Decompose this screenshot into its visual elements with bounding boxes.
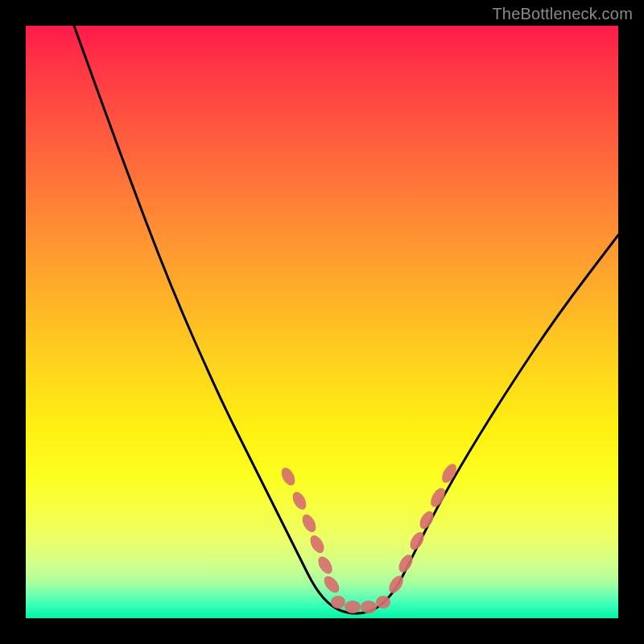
marker-left-2 (290, 489, 309, 512)
chart-frame: TheBottleneck.com (0, 0, 644, 644)
marker-left-5 (316, 554, 336, 576)
bottleneck-curve (74, 26, 618, 613)
markers-group (279, 461, 459, 613)
marker-right-4 (417, 509, 436, 531)
marker-left-6 (321, 573, 342, 595)
marker-floor-1 (331, 596, 345, 609)
watermark-text: TheBottleneck.com (492, 5, 633, 23)
marker-floor-3 (361, 601, 377, 613)
marker-left-3 (299, 512, 319, 535)
marker-left-4 (308, 533, 327, 555)
marker-left-1 (279, 465, 298, 488)
marker-floor-2 (345, 601, 361, 613)
curve-layer (26, 26, 618, 618)
marker-floor-4 (376, 596, 390, 609)
plot-area (26, 26, 618, 618)
